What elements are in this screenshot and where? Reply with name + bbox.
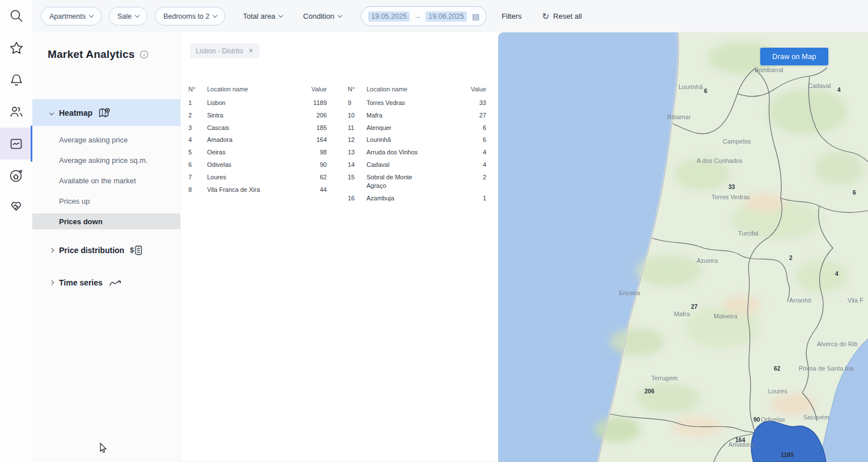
location-table-left: N°Location nameValue1Lisbon11892Sintra20… — [188, 83, 328, 196]
page-title: Market Analytics — [48, 48, 149, 61]
page-title-text: Market Analytics — [48, 48, 135, 61]
chevron-down-icon — [135, 13, 140, 18]
time-series-icon — [108, 278, 122, 288]
dollar-glyph: $ — [130, 246, 134, 254]
table-row: 11Alenquer6 — [348, 121, 487, 134]
favorites-star-icon[interactable] — [0, 32, 32, 64]
sidebar-item-average-asking-price-sq-m-[interactable]: Average asking price sq.m. — [32, 152, 180, 168]
table-row: 12Lourinhã6 — [348, 134, 487, 146]
sidebar-item-average-asking-price[interactable]: Average asking price — [32, 132, 180, 148]
section-label: Time series — [59, 278, 103, 287]
sidebar: Market Analytics Heatmap Average asking … — [32, 32, 180, 462]
table-row: 7Loures62 — [188, 171, 328, 183]
chevron-down-icon — [338, 13, 342, 18]
calendar-icon[interactable]: ▤ — [472, 12, 479, 21]
table-row: 14Cadaval4 — [348, 159, 487, 171]
app-window: Apartments Sale Bedrooms to 2 Total area… — [0, 0, 868, 462]
filters-button[interactable]: Filters — [502, 12, 521, 20]
table-row: 5Oeiras98 — [188, 146, 328, 159]
map-graphics — [498, 32, 868, 462]
chevron-down-icon — [279, 13, 283, 18]
table-row: 8Vila Franca de Xira44 — [188, 183, 328, 196]
sidebar-item-available-on-the-market[interactable]: Available on the market — [32, 173, 180, 188]
table-row: 16Azambuja1 — [348, 192, 487, 204]
icon-rail — [0, 0, 32, 462]
table-row: 10Mafra27 — [348, 109, 487, 121]
date-range-picker[interactable]: 19.05.2025 → 19.06.2025 ▤ — [361, 6, 487, 26]
draw-on-map-button[interactable]: Draw on Map — [760, 48, 828, 65]
chevron-right-icon — [49, 280, 54, 284]
filter-pill-label: Bedrooms to 2 — [163, 12, 209, 20]
sidebar-item-prices-up[interactable]: Prices up — [32, 193, 180, 209]
table-header-row: N°Location nameValue — [188, 83, 328, 96]
chevron-down-icon — [213, 13, 217, 18]
results-panel: Lisbon - Distrito ✕ N°Location nameValue… — [180, 32, 498, 462]
section-label: Price distribution — [59, 246, 124, 255]
sidebar-item-prices-down[interactable]: Prices down — [32, 213, 180, 229]
table-row: 4Amadora164 — [188, 134, 328, 146]
filter-pill-label: Sale — [117, 12, 132, 20]
location-table-right: N°Location nameValue9Torres Vedras3310Ma… — [348, 83, 487, 204]
partnership-handshake-icon[interactable] — [0, 191, 32, 222]
mouse-cursor — [99, 443, 107, 454]
section-label: Heatmap — [59, 108, 92, 117]
home-360-icon[interactable] — [0, 159, 32, 191]
date-start[interactable]: 19.05.2025 — [368, 11, 410, 22]
table-row: 3Cascais185 — [188, 121, 328, 134]
map-canvas[interactable]: BombarralLourinhãCadavalRibamarCampelosA… — [498, 32, 868, 462]
table-row: 2Sintra206 — [188, 109, 328, 121]
chip-label: Lisbon - Distrito — [196, 47, 243, 55]
top-filter-bar: Apartments Sale Bedrooms to 2 Total area… — [32, 0, 868, 32]
sidebar-section-price-distribution[interactable]: Price distribution $ — [32, 237, 180, 263]
reset-label: Reset all — [553, 12, 582, 20]
sidebar-section-heatmap[interactable]: Heatmap — [32, 99, 180, 126]
chevron-down-icon — [49, 110, 54, 115]
table-row: 6Odivelas90 — [188, 159, 328, 171]
condition-dropdown[interactable]: Condition — [303, 12, 342, 20]
total-area-dropdown[interactable]: Total area — [243, 12, 283, 20]
table-row: 15Sobral de Monte Agraço2 — [348, 171, 487, 192]
dropdown-label: Condition — [303, 12, 334, 20]
sidebar-section-time-series[interactable]: Time series — [32, 269, 180, 296]
market-analytics-chart-icon[interactable] — [0, 128, 32, 159]
search-icon[interactable] — [0, 0, 32, 32]
reset-icon: ↻ — [542, 11, 550, 22]
chevron-right-icon — [49, 247, 54, 252]
table-row: 9Torres Vedras33 — [348, 96, 487, 109]
location-filter-chip[interactable]: Lisbon - Distrito ✕ — [190, 43, 259, 58]
notifications-bell-icon[interactable] — [0, 64, 32, 96]
filter-pill-sale[interactable]: Sale — [109, 7, 148, 26]
table-row: 1Lisbon1189 — [188, 96, 328, 109]
heatmap-map-icon — [98, 107, 111, 119]
contacts-people-icon[interactable] — [0, 96, 32, 128]
reset-all-button[interactable]: ↻ Reset all — [542, 11, 582, 22]
date-arrow: → — [414, 12, 422, 20]
price-distribution-icon: $ — [130, 245, 142, 255]
filter-pill-bedrooms[interactable]: Bedrooms to 2 — [155, 7, 225, 26]
chevron-down-icon — [89, 13, 94, 18]
table-header-row: N°Location nameValue — [348, 83, 487, 96]
info-icon[interactable] — [140, 50, 149, 59]
chip-close-icon[interactable]: ✕ — [248, 47, 253, 54]
table-row: 13Arruda dos Vinhos4 — [348, 146, 487, 159]
filter-pill-label: Apartments — [49, 12, 86, 20]
dropdown-label: Total area — [243, 12, 275, 20]
date-end[interactable]: 19.06.2025 — [425, 11, 467, 22]
filter-pill-apartments[interactable]: Apartments — [41, 7, 102, 26]
